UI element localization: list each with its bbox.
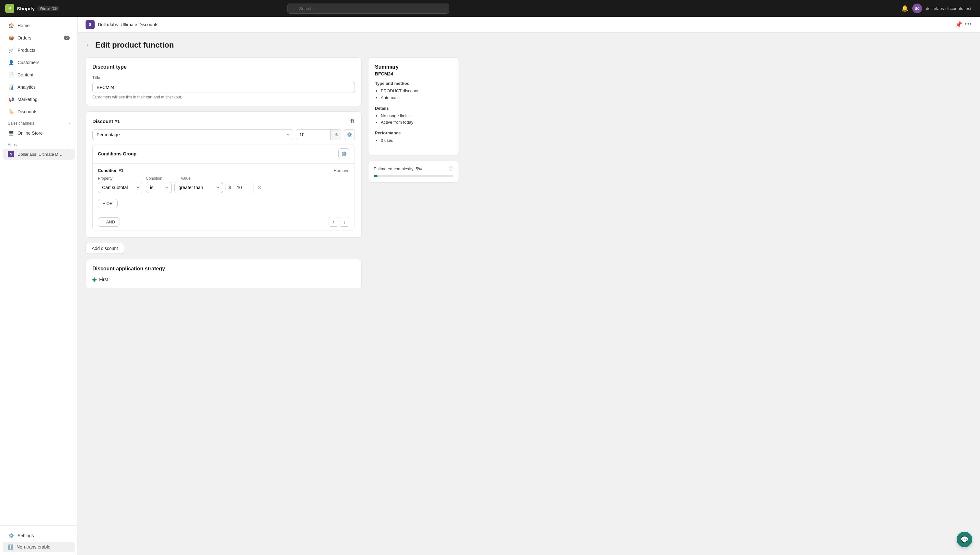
move-up-button[interactable]: ↑ xyxy=(328,217,338,227)
sidebar-item-label: Online Store xyxy=(18,130,43,136)
page-title: Edit product function xyxy=(95,40,174,50)
main-column: Discount type Title Customers will see t… xyxy=(85,57,362,289)
sidebar-item-content[interactable]: 📄 Content xyxy=(3,69,75,81)
products-icon: 🛒 xyxy=(8,47,14,53)
sidebar-item-label: Discounts xyxy=(18,109,37,114)
complexity-card: Estimated complexity: 5% ⓘ xyxy=(368,160,459,183)
sidebar-item-dollarlabs[interactable]: S Dollarlabs: Ultimate Disco... xyxy=(3,149,75,160)
sidebar: 🏠 Home 📦 Orders 2 🛒 Products 👤 Customers… xyxy=(0,17,78,555)
search-container xyxy=(287,3,449,14)
sidebar-item-label: Customers xyxy=(18,60,40,65)
sidebar-item-products[interactable]: 🛒 Products xyxy=(3,44,75,56)
sidebar-item-settings[interactable]: ⚙️ Settings xyxy=(3,530,75,541)
discount1-card: Discount #1 🗑 Percentage Fixed amount Fr… xyxy=(85,111,362,238)
property-select[interactable]: Cart subtotal Cart quantity Product pric… xyxy=(98,182,143,193)
move-buttons: ↑ ↓ xyxy=(328,217,349,227)
app-header: S Dollarlabs: Ultimate Discounts 📌 ••• xyxy=(78,17,980,33)
first-radio-input[interactable] xyxy=(92,278,97,282)
sales-channels-label: Sales channels xyxy=(8,121,34,126)
summary-name: BFCM24 xyxy=(375,71,452,76)
sidebar-item-label: Analytics xyxy=(18,85,35,90)
winter-badge: Winter '25 xyxy=(37,6,59,11)
sidebar-item-orders[interactable]: 📦 Orders 2 xyxy=(3,32,75,44)
discount-type-select[interactable]: Percentage Fixed amount Free shipping xyxy=(92,129,293,140)
application-strategy-title: Discount application strategy xyxy=(92,266,355,272)
move-down-button[interactable]: ↓ xyxy=(340,217,349,227)
remove-condition-x-button[interactable]: ✕ xyxy=(256,183,263,192)
first-radio-label: First xyxy=(99,277,108,282)
complexity-bar-fill xyxy=(374,175,378,177)
value-operator-select[interactable]: greater than less than equal to xyxy=(174,182,223,193)
condition-value-input[interactable] xyxy=(234,182,253,192)
summary-performance-section: Performance 0 used xyxy=(375,130,452,144)
condition-col-label: Condition xyxy=(146,176,178,181)
discount-type-title: Discount type xyxy=(92,64,355,70)
topnav: shopify Winter '25 🔔 do dollarlabs-disco… xyxy=(0,0,980,17)
app-header-actions: 📌 ••• xyxy=(955,21,972,28)
or-button[interactable]: + OR xyxy=(98,199,117,208)
summary-list-item: 0 used xyxy=(381,137,452,144)
sidebar-item-online-store[interactable]: 🖥️ Online Store xyxy=(3,127,75,139)
discount-type-card: Discount type Title Customers will see t… xyxy=(85,57,362,106)
summary-card: Summary BFCM24 Type and method PRODUCT d… xyxy=(368,57,459,156)
summary-details-section: Details No usage limits Active from toda… xyxy=(375,106,452,126)
app-logo: S xyxy=(85,20,95,29)
sidebar-item-marketing[interactable]: 📢 Marketing xyxy=(3,93,75,105)
discount1-title: Discount #1 xyxy=(92,119,120,124)
sidebar-item-discounts[interactable]: 🏷️ Discounts xyxy=(3,106,75,117)
content-icon: 📄 xyxy=(8,72,14,78)
shopify-logo xyxy=(5,4,14,13)
side-column: Summary BFCM24 Type and method PRODUCT d… xyxy=(368,57,459,289)
notification-icon[interactable]: 🔔 xyxy=(901,5,908,12)
apps-section[interactable]: Apps › xyxy=(0,139,77,148)
discount-value-wrap: % xyxy=(296,129,341,140)
avatar[interactable]: do xyxy=(912,3,922,13)
discount-settings-button[interactable]: ⚙️ xyxy=(344,129,355,140)
info-circle-icon: ℹ️ xyxy=(8,544,13,550)
sidebar-item-label: Home xyxy=(18,23,29,28)
chevron-right-icon: › xyxy=(69,143,70,147)
summary-performance-title: Performance xyxy=(375,130,452,135)
title-input[interactable] xyxy=(92,82,355,93)
search-input[interactable] xyxy=(287,3,449,14)
back-button[interactable]: ← xyxy=(85,42,92,48)
chat-fab-button[interactable]: 💬 xyxy=(957,532,972,547)
dollar-prefix: $ xyxy=(226,182,234,192)
sidebar-item-label: Products xyxy=(18,48,35,53)
conditions-settings-button[interactable]: ⚙️ xyxy=(338,148,349,159)
sidebar-item-home[interactable]: 🏠 Home xyxy=(3,20,75,31)
sidebar-item-analytics[interactable]: 📊 Analytics xyxy=(3,81,75,93)
condition1-title: Condition #1 xyxy=(98,168,124,173)
discount-type-row: Percentage Fixed amount Free shipping % … xyxy=(92,129,355,140)
complexity-bar-background xyxy=(374,175,454,177)
condition-fields-row: Cart subtotal Cart quantity Product pric… xyxy=(98,182,349,193)
summary-list-item: Active from today xyxy=(381,119,452,126)
sidebar-item-non-transferable[interactable]: ℹ️ Non-transferable xyxy=(3,542,75,552)
and-section: + AND ↑ ↓ xyxy=(93,213,354,231)
two-column-layout: Discount type Title Customers will see t… xyxy=(85,57,459,289)
value-suffix: % xyxy=(330,130,341,140)
condition-operator-select[interactable]: is is not xyxy=(146,182,172,193)
first-radio-item[interactable]: First xyxy=(92,277,355,282)
app-header-left: S Dollarlabs: Ultimate Discounts xyxy=(85,20,158,29)
remove-condition-button[interactable]: Remove xyxy=(334,168,349,173)
value-col-label: Value xyxy=(181,176,349,181)
discount-value-input[interactable] xyxy=(296,130,330,140)
layout: 🏠 Home 📦 Orders 2 🛒 Products 👤 Customers… xyxy=(0,17,980,555)
settings-icon: ⚙️ xyxy=(8,533,14,539)
condition1-header: Condition #1 Remove xyxy=(98,168,349,173)
analytics-icon: 📊 xyxy=(8,84,14,90)
more-icon[interactable]: ••• xyxy=(965,21,972,28)
sidebar-item-customers[interactable]: 👤 Customers xyxy=(3,57,75,68)
sidebar-app-label: Dollarlabs: Ultimate Disco... xyxy=(18,152,63,157)
apps-label: Apps xyxy=(8,143,16,147)
pin-icon[interactable]: 📌 xyxy=(955,21,962,28)
summary-title: Summary xyxy=(375,64,452,70)
and-button[interactable]: + AND xyxy=(98,217,120,227)
info-icon[interactable]: ⓘ xyxy=(449,166,454,172)
page-header: ← Edit product function xyxy=(85,40,459,50)
delete-discount-button[interactable]: 🗑 xyxy=(350,118,355,124)
sales-channels-section[interactable]: Sales channels › xyxy=(0,118,77,127)
add-discount-button[interactable]: Add discount xyxy=(85,243,124,254)
discount1-header: Discount #1 🗑 xyxy=(92,118,355,124)
